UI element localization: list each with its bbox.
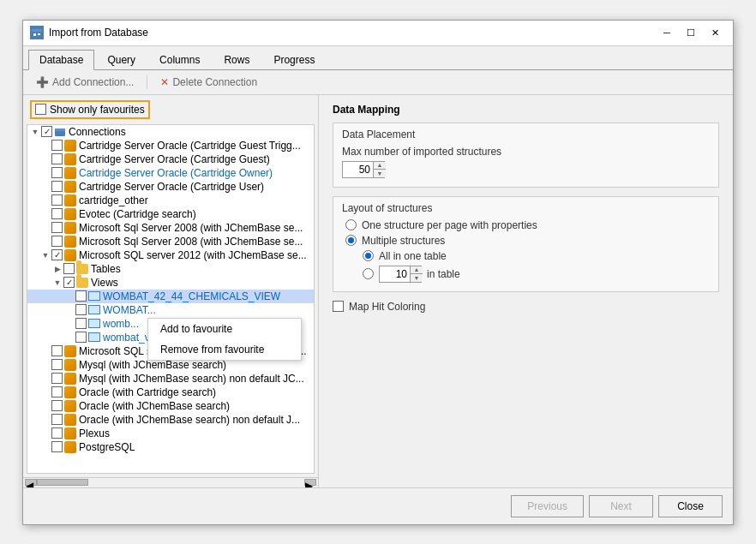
scroll-left-btn[interactable]: ◀ — [25, 479, 37, 486]
item-checkbox[interactable] — [51, 208, 63, 219]
item-expander[interactable]: ▼ — [39, 249, 51, 261]
item-checkbox[interactable] — [75, 318, 87, 329]
radio-multiple-label: Multiple structures — [362, 235, 445, 247]
item-checkbox[interactable] — [51, 167, 63, 178]
item-expander — [39, 373, 51, 385]
decrement-button[interactable]: ▼ — [374, 170, 386, 177]
toolbar: ➕ Add Connection... ✕ Delete Connection — [23, 70, 733, 95]
scroll-thumb[interactable] — [37, 479, 88, 486]
radio-row-one-per-page[interactable]: One structure per page with properties — [342, 219, 710, 231]
tree-item[interactable]: PostgreSQL — [27, 440, 314, 454]
max-structures-value[interactable] — [343, 163, 373, 176]
tree-item[interactable]: Oracle (with JChemBase search) non defau… — [27, 413, 314, 427]
item-checkbox[interactable] — [51, 194, 63, 206]
footer: Previous Next Close — [23, 487, 733, 524]
show-favourites-checkbox[interactable] — [35, 104, 46, 115]
radio-one-per-page[interactable] — [345, 219, 357, 230]
previous-button[interactable]: Previous — [511, 495, 584, 517]
show-favourites-toggle[interactable]: Show only favourites — [30, 100, 150, 119]
tree-item[interactable]: ▼ Microsoft SQL server 2012 (with JChemB… — [27, 248, 314, 262]
radio-row-all-in-one[interactable]: All in one table — [359, 250, 710, 262]
item-checkbox[interactable] — [63, 263, 75, 274]
map-hit-coloring-row[interactable]: Map Hit Coloring — [333, 301, 719, 313]
in-table-value[interactable] — [380, 267, 410, 281]
tree-item[interactable]: ▼ Views — [27, 276, 314, 290]
tab-columns[interactable]: Columns — [148, 50, 211, 69]
in-table-input[interactable]: ▲ ▼ — [379, 266, 422, 283]
next-button[interactable]: Next — [589, 495, 653, 517]
item-checkbox[interactable] — [51, 222, 63, 233]
tree-item[interactable]: Evotec (Cartridge search) — [27, 207, 314, 221]
increment-button[interactable]: ▲ — [374, 162, 386, 170]
tree-item[interactable]: Oracle (with Cartridge search) — [27, 386, 314, 399]
tab-database[interactable]: Database — [28, 50, 94, 70]
remove-from-favourite-menuitem[interactable]: Remove from favourite — [148, 339, 301, 360]
tree-item[interactable]: ▶ Tables — [27, 262, 314, 276]
tree-item[interactable]: Cartridge Server Oracle (Cartridge Owner… — [27, 166, 314, 180]
item-checkbox[interactable] — [51, 140, 63, 151]
tree-item[interactable]: WOMBAT_42_44_CHEMICALS_VIEW — [27, 290, 314, 303]
radio-multiple[interactable] — [345, 235, 357, 246]
close-window-button[interactable]: ✕ — [704, 24, 726, 41]
item-checkbox[interactable] — [51, 400, 63, 411]
item-checkbox[interactable] — [51, 427, 63, 439]
delete-connection-button[interactable]: ✕ Delete Connection — [154, 74, 263, 91]
connections-tree[interactable]: ▼ Connections Cartridge Server Oracle (C… — [27, 124, 315, 474]
item-checkbox[interactable] — [51, 181, 63, 192]
item-label: Cartridge Server Oracle (Cartridge User) — [79, 181, 264, 193]
tree-item[interactable]: Cartridge Server Oracle (Cartridge Guest… — [27, 152, 314, 166]
increment-button[interactable]: ▲ — [411, 266, 423, 274]
root-expander[interactable]: ▼ — [29, 126, 41, 138]
item-checkbox[interactable] — [63, 277, 75, 288]
tab-query[interactable]: Query — [96, 50, 147, 69]
item-expander[interactable]: ▼ — [51, 277, 63, 289]
radio-all-in-one[interactable] — [363, 250, 374, 261]
add-to-favourite-menuitem[interactable]: Add to favourite — [148, 319, 301, 339]
tree-root[interactable]: ▼ Connections — [27, 125, 314, 139]
tree-item[interactable]: Mysql (with JChemBase search) non defaul… — [27, 372, 314, 386]
item-checkbox[interactable] — [51, 386, 63, 398]
item-expander — [39, 222, 51, 234]
item-checkbox[interactable] — [51, 414, 63, 425]
tree-item[interactable]: Oracle (with JChemBase search) — [27, 399, 314, 413]
close-button[interactable]: Close — [658, 495, 723, 517]
tree-item[interactable]: Microsoft Sql Server 2008 (with JChemBas… — [27, 221, 314, 235]
tree-item[interactable]: Microsoft Sql Server 2008 (with JChemBas… — [27, 235, 314, 248]
item-checkbox[interactable] — [75, 304, 87, 315]
item-checkbox[interactable] — [51, 345, 63, 356]
radio-row-multiple[interactable]: Multiple structures — [342, 235, 710, 247]
tree-item[interactable]: cartridge_other — [27, 194, 314, 207]
add-connection-icon: ➕ — [36, 76, 49, 88]
item-expander — [39, 140, 51, 152]
map-hit-coloring-checkbox[interactable] — [333, 301, 344, 312]
add-connection-button[interactable]: ➕ Add Connection... — [30, 74, 140, 91]
tree-item[interactable]: Cartridge Server Oracle (Cartridge User) — [27, 180, 314, 194]
maximize-button[interactable]: ☐ — [680, 24, 702, 41]
tree-item[interactable]: Plexus — [27, 427, 314, 440]
tab-progress[interactable]: Progress — [262, 50, 326, 69]
max-structures-input[interactable]: ▲ ▼ — [342, 161, 385, 178]
layout-section: Layout of structures One structure per p… — [333, 196, 719, 292]
radio-n-in-table[interactable] — [363, 268, 374, 279]
item-checkbox[interactable] — [51, 249, 63, 260]
item-checkbox[interactable] — [51, 441, 63, 452]
item-expander — [39, 345, 51, 357]
root-checkbox[interactable] — [41, 126, 52, 137]
decrement-button[interactable]: ▼ — [411, 274, 423, 282]
main-content: Show only favourites ▼ Connections — [23, 95, 733, 487]
tree-item[interactable]: Cartridge Server Oracle (Cartridge Guest… — [27, 139, 314, 152]
item-expander[interactable]: ▶ — [51, 263, 63, 275]
tab-rows[interactable]: Rows — [213, 50, 261, 69]
item-checkbox[interactable] — [51, 373, 63, 384]
item-checkbox[interactable] — [75, 290, 87, 302]
item-checkbox[interactable] — [51, 236, 63, 247]
minimize-button[interactable]: ─ — [656, 24, 678, 41]
db-icon — [64, 140, 76, 152]
horizontal-scrollbar[interactable]: ◀ ▶ — [23, 477, 318, 487]
tree-item[interactable]: WOMBAT... — [27, 303, 314, 317]
item-checkbox[interactable] — [51, 153, 63, 164]
scroll-right-btn[interactable]: ▶ — [304, 479, 316, 486]
radio-row-n-in-table[interactable]: ▲ ▼ in table — [359, 266, 710, 283]
item-checkbox[interactable] — [51, 359, 63, 370]
item-checkbox[interactable] — [75, 332, 87, 343]
